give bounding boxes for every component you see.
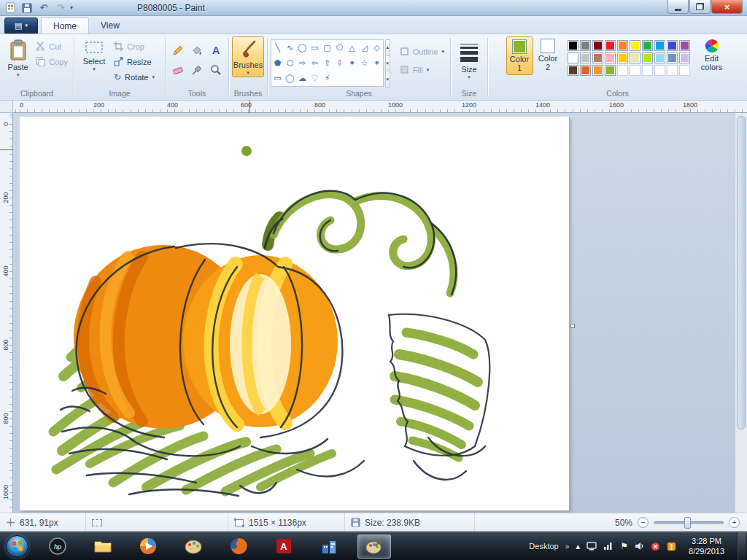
palette-swatch[interactable] — [580, 52, 591, 63]
shape-item[interactable]: ⇩ — [333, 55, 346, 71]
updater-tray-icon[interactable] — [667, 542, 676, 551]
shape-item[interactable]: ☁ — [296, 71, 309, 86]
shape-item[interactable]: △ — [346, 40, 358, 55]
shape-item[interactable]: ◿ — [358, 40, 371, 55]
shape-item[interactable]: ⇦ — [309, 55, 321, 71]
canvas-resize-handle[interactable] — [570, 324, 575, 328]
device-tray-icon[interactable] — [587, 542, 597, 551]
brushes-button[interactable]: Brushes ▾ — [232, 36, 264, 77]
shape-item[interactable]: ⇨ — [296, 55, 309, 71]
action-center-flag-icon[interactable]: ⚑ — [620, 541, 628, 551]
fill-tool[interactable] — [188, 41, 206, 59]
palette-swatch[interactable] — [679, 40, 690, 51]
palette-swatch-empty[interactable] — [630, 65, 640, 76]
shape-item[interactable]: ⚡ — [321, 71, 333, 86]
paste-button[interactable]: Paste ▾ — [3, 36, 33, 79]
show-hidden-icons-button[interactable]: ▴ — [576, 541, 580, 551]
color1-button[interactable]: Color 1 — [506, 36, 533, 75]
size-button[interactable]: Size ▾ — [454, 36, 484, 81]
shape-item[interactable]: ☆ — [358, 55, 371, 71]
tab-home[interactable]: Home — [41, 18, 89, 34]
palette-swatch[interactable] — [592, 52, 603, 63]
palette-swatch[interactable] — [605, 40, 616, 51]
shapes-gallery-more-button[interactable]: ▾ — [385, 71, 390, 88]
outline-button[interactable]: Outline ▾ — [397, 44, 447, 59]
shape-item[interactable]: ◇ — [371, 40, 383, 55]
select-button[interactable]: Select ▾ — [77, 36, 111, 73]
fill-button[interactable]: Fill ▾ — [397, 62, 447, 77]
undo-button[interactable]: ↶ — [36, 1, 51, 15]
cut-button[interactable]: Cut — [33, 39, 71, 54]
magnifier-tool[interactable] — [207, 61, 225, 79]
taskbar-explorer-button[interactable] — [86, 534, 120, 559]
redo-button[interactable]: ↷ — [53, 1, 68, 15]
palette-swatch[interactable] — [592, 40, 603, 51]
palette-swatch-empty[interactable] — [679, 65, 690, 76]
taskbar-paint-shortcut-button[interactable] — [177, 534, 210, 559]
palette-swatch[interactable] — [667, 52, 678, 63]
palette-swatch-empty[interactable] — [642, 65, 653, 76]
shape-item[interactable]: ♡ — [309, 71, 321, 86]
network-tray-icon[interactable] — [603, 542, 614, 551]
palette-swatch[interactable] — [667, 40, 678, 51]
shape-item[interactable]: ⇧ — [321, 55, 333, 71]
shapes-scroll-up-button[interactable]: ▴ — [385, 39, 390, 56]
shape-item[interactable]: ⬠ — [333, 40, 346, 55]
paint-menu-button[interactable]: ▤ ▾ — [4, 18, 38, 34]
antivirus-tray-icon[interactable] — [651, 542, 660, 551]
palette-swatch-empty[interactable] — [654, 65, 665, 76]
copy-button[interactable]: Copy — [33, 54, 71, 69]
save-button[interactable] — [20, 1, 34, 15]
pencil-tool[interactable] — [169, 41, 187, 59]
palette-swatch[interactable] — [605, 52, 616, 63]
shape-item[interactable]: ╲ — [271, 40, 284, 55]
taskbar-clock[interactable]: 3:28 PM 8/29/2013 — [683, 536, 730, 556]
zoom-slider-handle[interactable] — [684, 517, 691, 529]
volume-tray-icon[interactable] — [635, 542, 644, 551]
palette-swatch[interactable] — [592, 65, 603, 76]
taskbar-hp-button[interactable]: hp — [41, 534, 74, 559]
palette-swatch[interactable] — [642, 40, 653, 51]
vertical-scrollbar-thumb[interactable] — [737, 116, 746, 429]
eraser-tool[interactable] — [169, 61, 187, 79]
zoom-in-button[interactable]: + — [729, 517, 740, 528]
close-button[interactable]: × — [711, 0, 743, 14]
shape-item[interactable]: ▢ — [321, 40, 333, 55]
shape-item[interactable]: ◯ — [296, 40, 309, 55]
zoom-slider[interactable] — [654, 521, 724, 524]
taskbar-adobe-reader-button[interactable]: A — [267, 534, 301, 559]
palette-swatch[interactable] — [642, 52, 653, 63]
shapes-scroll-down-button[interactable]: ▾ — [385, 55, 390, 72]
taskbar-media-player-button[interactable] — [131, 534, 165, 559]
taskbar-city-app-button[interactable] — [312, 534, 346, 559]
drawing-canvas[interactable] — [20, 117, 569, 510]
shape-item[interactable]: ⬟ — [271, 55, 284, 71]
tab-view[interactable]: View — [89, 18, 131, 34]
vertical-scrollbar[interactable] — [735, 113, 747, 513]
taskbar-firefox-button[interactable] — [222, 534, 255, 559]
shape-item[interactable]: ∿ — [284, 40, 296, 55]
palette-swatch[interactable] — [630, 40, 640, 51]
palette-swatch-empty[interactable] — [617, 65, 628, 76]
rotate-button[interactable]: ↻ Rotate ▾ — [111, 69, 158, 85]
resize-button[interactable]: Resize — [111, 54, 158, 69]
palette-swatch[interactable] — [630, 52, 640, 63]
text-tool[interactable]: A — [207, 41, 225, 59]
palette-swatch[interactable] — [605, 65, 616, 76]
palette-swatch[interactable] — [568, 40, 578, 51]
color2-button[interactable]: Color 2 — [535, 36, 562, 74]
minimize-button[interactable] — [667, 0, 689, 14]
edit-colors-button[interactable]: Edit colors — [694, 36, 729, 74]
palette-swatch[interactable] — [617, 40, 628, 51]
zoom-out-button[interactable]: − — [638, 517, 649, 528]
shape-item[interactable]: ✦ — [346, 55, 358, 71]
shape-item[interactable]: ⬡ — [284, 55, 296, 71]
restore-button[interactable] — [689, 0, 711, 14]
start-button[interactable] — [6, 535, 28, 558]
color-picker-tool[interactable] — [188, 61, 206, 79]
palette-swatch[interactable] — [568, 52, 578, 63]
palette-swatch[interactable] — [568, 65, 578, 76]
palette-swatch[interactable] — [617, 52, 628, 63]
crop-button[interactable]: Crop — [111, 39, 158, 54]
palette-swatch-empty[interactable] — [667, 65, 678, 76]
